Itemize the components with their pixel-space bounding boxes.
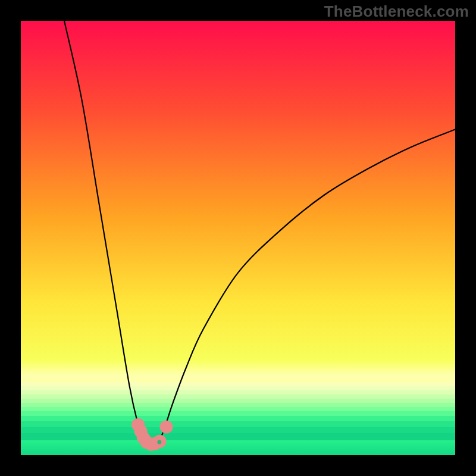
svg-rect-3: [21, 386, 455, 390]
svg-point-21: [160, 421, 173, 434]
svg-rect-2: [21, 382, 455, 386]
chart-canvas: TheBottleneck.com: [0, 0, 476, 476]
green-marker: [157, 440, 161, 444]
svg-rect-11: [21, 421, 455, 427]
svg-rect-1: [21, 378, 455, 382]
svg-rect-9: [21, 411, 455, 416]
svg-rect-4: [21, 390, 455, 394]
svg-rect-5: [21, 394, 455, 399]
svg-rect-7: [21, 403, 455, 407]
green-bands: [21, 378, 455, 440]
svg-rect-13: [21, 433, 455, 440]
svg-rect-12: [21, 427, 455, 433]
svg-rect-6: [21, 399, 455, 403]
plot-svg: [0, 0, 476, 476]
svg-rect-10: [21, 416, 455, 421]
watermark-text: TheBottleneck.com: [324, 2, 469, 21]
svg-rect-8: [21, 407, 455, 411]
